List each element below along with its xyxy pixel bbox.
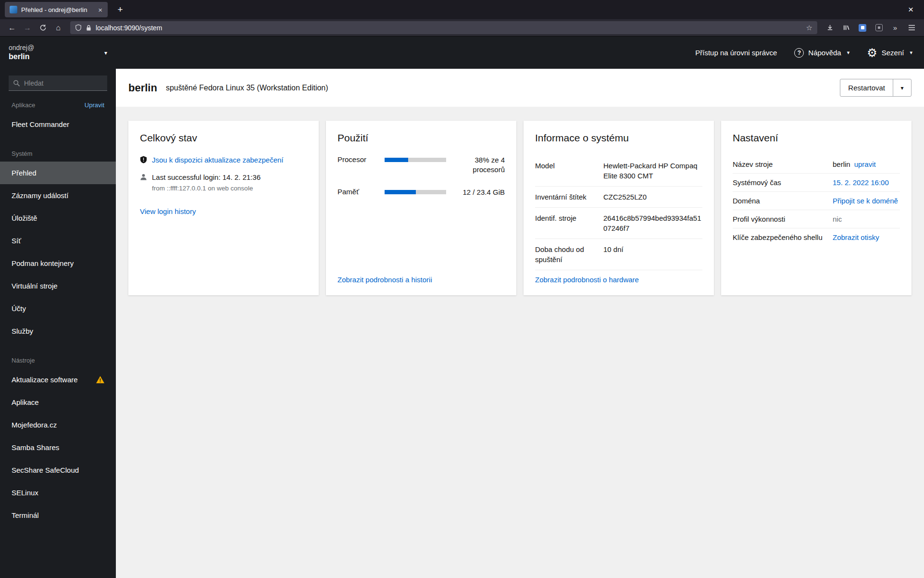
url-text[interactable]: localhost:9090/system (96, 24, 162, 32)
content-area: Celkový stav Jsou k dispozici aktualizac… (116, 107, 924, 578)
sidebar-item-samba-shares[interactable]: Samba Shares (0, 436, 116, 459)
usage-card: Použití Procesor 38% ze 4 procesorů Pamě… (326, 121, 516, 295)
domain-row: Doména Připojit se k doméně (733, 192, 900, 210)
sidebar-item-label: Účty (12, 304, 26, 313)
sidebar-item-selinux[interactable]: SELinux (0, 481, 116, 504)
sidebar-item-aktualizace-software[interactable]: Aktualizace software (0, 368, 116, 391)
sidebar-item-sluzby[interactable]: Služby (0, 320, 116, 342)
cockpit-app: ondrej@ berlin ▾ Aplikace Upravit Fleet … (0, 37, 924, 578)
tab-close-icon[interactable]: × (97, 6, 104, 14)
overflow-button[interactable]: » (887, 21, 903, 35)
cpu-label: Procesor (337, 155, 380, 163)
sidebar-item-prehled[interactable]: Přehled (0, 162, 116, 184)
host-name: berlin (9, 52, 100, 62)
help-label: Nápověda (808, 49, 841, 57)
back-button[interactable]: ← (5, 21, 19, 35)
downloads-button[interactable] (822, 21, 837, 35)
reload-button[interactable] (36, 21, 50, 35)
home-button[interactable]: ⌂ (51, 21, 65, 35)
url-bar[interactable]: localhost:9090/system ☆ (70, 21, 817, 34)
sidebar-item-virtualni-stroje[interactable]: Virtuální stroje (0, 275, 116, 297)
browser-tab[interactable]: Přehled - ondrej@berlin × (5, 2, 108, 17)
session-menu[interactable]: ⚙ Sezení ▾ (867, 47, 912, 59)
restart-dropdown-toggle[interactable]: ▾ (893, 79, 911, 96)
memory-progress-bar (385, 190, 446, 194)
tracking-shield-icon[interactable] (75, 24, 82, 31)
cpu-progress-fill (385, 158, 408, 162)
uptime-value: 10 dní (603, 244, 702, 264)
menu-button[interactable] (904, 21, 919, 35)
asset-tag-value: CZC2525LZ0 (603, 192, 702, 202)
usage-details-link[interactable]: Zobrazit podrobnosti a historii (337, 276, 432, 284)
sidebar-item-podman-kontejnery[interactable]: Podman kontejnery (0, 252, 116, 275)
sidebar-item-terminal[interactable]: Terminál (0, 504, 116, 527)
sidebar-item-sit[interactable]: Síť (0, 229, 116, 252)
system-info-card: Informace o systému Model Hewlett-Packar… (524, 121, 714, 295)
hostname-value: berlin (833, 160, 850, 168)
sidebar-item-label: Samba Shares (12, 443, 59, 452)
reload-icon (39, 24, 47, 31)
hardware-details-link[interactable]: Zobrazit podrobnosti o hardware (535, 276, 639, 284)
security-updates-row: Jsou k dispozici aktualizace zabezpečení (140, 155, 307, 165)
sidebar-item-label: SecShare SafeCloud (12, 466, 79, 474)
sidebar-item-mojefedora[interactable]: Mojefedora.cz (0, 414, 116, 436)
memory-value: 12 / 23.4 GiB (451, 188, 505, 197)
gear-icon: ⚙ (867, 47, 877, 59)
restart-button[interactable]: Restartovat (840, 79, 893, 96)
uptime-label: Doba chodu od spuštění (535, 244, 599, 264)
uptime-row: Doba chodu od spuštění 10 dní (535, 239, 702, 270)
join-domain-link[interactable]: Připojit se k doméně (833, 197, 898, 205)
search-input[interactable] (9, 75, 107, 91)
extension-button-1[interactable] (855, 21, 870, 35)
security-updates-link[interactable]: Jsou k dispozici aktualizace zabezpečení (152, 155, 284, 165)
sidebar-item-uloziste[interactable]: Úložiště (0, 207, 116, 229)
search-icon (13, 80, 20, 87)
sidebar-item-label: Fleet Commander (12, 120, 69, 128)
apps-section-label: Aplikace (12, 101, 35, 109)
hostname-edit-link[interactable]: upravit (854, 160, 876, 168)
ssh-fingerprints-link[interactable]: Zobrazit otisky (833, 233, 879, 241)
sidebar-item-zaznamy-udalosti[interactable]: Záznamy událostí (0, 184, 116, 207)
system-time-link[interactable]: 15. 2. 2022 16:00 (833, 178, 889, 187)
sidebar-item-secshare-safecloud[interactable]: SecShare SafeCloud (0, 459, 116, 481)
system-time-label: Systémový čas (733, 178, 829, 187)
library-button[interactable] (838, 21, 854, 35)
apps-edit-link[interactable]: Upravit (85, 101, 104, 109)
ssh-keys-label: Klíče zabezpečeného shellu (733, 233, 829, 241)
memory-usage-row: Paměť 12 / 23.4 GiB (337, 188, 505, 197)
masthead: Přístup na úrovni správce ? Nápověda ▾ ⚙… (116, 37, 924, 69)
tab-title: Přehled - ondrej@berlin (21, 6, 93, 13)
sidebar-item-label: Aplikace (12, 398, 39, 406)
system-info-card-title: Informace o systému (535, 132, 702, 144)
performance-profile-value: nic (833, 215, 842, 223)
login-history-link[interactable]: View login history (140, 207, 196, 215)
tab-strip: Přehled - ondrej@berlin × + × (0, 0, 924, 19)
extension-icon (859, 24, 866, 32)
configuration-card: Nastavení Název stroje berlin upravit Sy… (721, 121, 912, 295)
admin-access-button[interactable]: Přístup na úrovni správce (695, 49, 777, 57)
login-from-text: from ::ffff:127.0.0.1 on web console (152, 184, 261, 193)
bookmark-star-icon[interactable]: ☆ (806, 24, 812, 32)
machine-id-row: Identif. stroje 26416c8b57994bed93934fa5… (535, 208, 702, 239)
cpu-usage-row: Procesor 38% ze 4 procesorů (337, 155, 505, 175)
help-menu[interactable]: ? Nápověda ▾ (794, 48, 849, 58)
last-login-block: Last successful login: 14. 2. 21:36 from… (152, 173, 261, 193)
chevron-down-icon: ▾ (847, 50, 850, 56)
cockpit-favicon-icon (10, 6, 17, 13)
window-close-button[interactable]: × (904, 3, 917, 16)
browser-toolbar: ← → ⌂ localhost:9090/system ☆ » (0, 19, 924, 37)
extension-icon-2 (875, 24, 883, 31)
sidebar-item-label: Síť (12, 237, 21, 245)
sidebar-item-ucty[interactable]: Účty (0, 297, 116, 320)
sidebar-item-label: Záznamy událostí (12, 191, 68, 200)
user-menu[interactable]: ondrej@ berlin ▾ (0, 37, 116, 69)
sidebar-item-fleet-commander[interactable]: Fleet Commander (0, 113, 116, 136)
sidebar-item-label: SELinux (12, 489, 38, 497)
forward-button[interactable]: → (20, 21, 35, 35)
page-title: berlin (128, 82, 157, 94)
sidebar-item-aplikace[interactable]: Aplikace (0, 391, 116, 414)
library-icon (843, 24, 850, 31)
new-tab-button[interactable]: + (113, 3, 127, 16)
lock-icon[interactable] (86, 25, 91, 31)
extension-button-2[interactable] (871, 21, 887, 35)
